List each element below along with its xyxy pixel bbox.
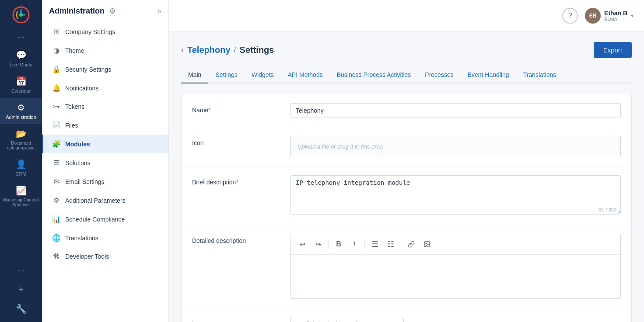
breadcrumb-current: Settings [240,45,274,55]
nav-item-files[interactable]: 📄 Files [42,116,168,135]
sidebar-item-document-categorization[interactable]: 📂 Document categorization [0,124,42,155]
tab-settings[interactable]: Settings [208,67,245,83]
panel-title: Administration [49,7,105,16]
icon-label: Icon [192,136,280,146]
nav-item-company-settings[interactable]: ⊞ Company Settings [42,22,168,41]
toolbar-separator-1 [328,240,329,249]
bold-button[interactable]: B [332,238,345,251]
help-button[interactable]: ? [562,8,578,24]
tab-widgets[interactable]: Widgets [245,67,281,83]
sidebar-nav-bottom: ··· ＋ 🔧 [0,263,42,319]
nav-item-tokens[interactable]: 🗝 Tokens [42,97,168,116]
back-button[interactable]: ‹ [181,45,184,55]
undo-button[interactable]: ↩ [296,238,309,251]
rich-editor-body[interactable] [290,255,620,298]
breadcrumb-separator: / [234,45,236,55]
nav-item-notifications[interactable]: 🔔 Notifications [42,79,168,97]
nav-item-schedule-compliance[interactable]: 📊 Schedule Compliance [42,210,168,229]
left-panel: Administration ⚙ » ⊞ Company Settings ◑ … [42,0,169,322]
nav-item-developer-tools[interactable]: 🛠 Developer Tools [42,247,168,266]
email-settings-icon: ✉ [52,177,61,186]
nav-item-theme[interactable]: ◑ Theme [42,41,168,60]
toolbar-separator-2 [364,240,365,249]
avatar: EB [585,8,601,24]
name-label: Name* [192,103,280,114]
nav-item-modules[interactable]: 🧩 Modules [42,135,168,153]
nav-dots-top: ··· [14,29,28,45]
unordered-list-button[interactable]: ☷ [384,238,397,251]
upload-area[interactable]: Upload a file or drag it to this area [290,136,621,157]
user-org: ELMA [604,17,627,22]
sidebar-item-marketing[interactable]: 📈 Marketing Content Approval [0,181,42,211]
left-panel-nav: ⊞ Company Settings ◑ Theme 🔒 Security Se… [42,22,168,322]
brief-desc-textarea[interactable] [290,175,621,215]
nav-item-additional-parameters[interactable]: ⚙ Additional Parameters [42,191,168,210]
live-chats-icon: 💬 [16,50,27,60]
sidebar-tools-button[interactable]: 🔧 [0,299,42,319]
panel-gear-button[interactable]: ⚙ [109,6,116,16]
nav-item-security-settings[interactable]: 🔒 Security Settings [42,60,168,79]
sidebar-item-calendar[interactable]: 📅 Calendar [0,72,42,98]
schedule-compliance-icon: 📊 [52,215,61,223]
ordered-list-button[interactable]: ☰ [368,238,382,251]
help-icon: ? [568,12,572,20]
tools-icon: 🔧 [16,304,27,314]
main-content: ? EB Ethan B ELMA ▾ ‹ Telephony / Settin… [169,0,644,322]
nav-item-solutions[interactable]: ☰ Solutions [42,153,168,172]
sidebar-item-administration[interactable]: ⚙ Administration [0,98,42,124]
sidebar-add-button[interactable]: ＋ [0,279,42,299]
nav-item-email-settings[interactable]: ✉ Email Settings [42,172,168,191]
modules-icon: 🧩 [52,140,61,148]
nav-item-translations[interactable]: 🌐 Translations [42,229,168,247]
svg-point-3 [426,243,427,244]
page-content: ‹ Telephony / Settings Export Main Setti… [169,31,644,322]
translations-icon: 🌐 [52,234,61,242]
tab-translations[interactable]: Translations [516,67,564,83]
brief-desc-field: 31 / 200 [290,175,621,216]
theme-icon: ◑ [52,46,61,55]
tabs-row: Main Settings Widgets API Methods Busine… [181,67,632,83]
link-button[interactable] [405,238,418,251]
export-button[interactable]: Export [594,42,632,58]
language-select[interactable]: English (United States) Russian German F… [290,317,404,322]
panel-collapse-button[interactable]: » [157,7,161,16]
italic-button[interactable]: I [348,238,361,251]
image-button[interactable] [420,238,434,251]
rich-editor-toolbar: ↩ ↪ B I ☰ ☷ [290,234,620,255]
brief-desc-label: Brief description* [192,175,280,186]
administration-icon: ⚙ [17,102,25,113]
app-logo [11,5,31,26]
tab-event-handling[interactable]: Event Handling [461,67,516,83]
breadcrumb: ‹ Telephony / Settings [181,45,274,55]
files-icon: 📄 [52,121,61,129]
svg-point-1 [19,13,23,17]
tab-business-process[interactable]: Business Process Activities [330,67,418,83]
form-row-detailed-desc: Detailed description ↩ ↪ B I ☰ ☷ [182,225,631,308]
sidebar-item-crm[interactable]: 👤 CRM [0,155,42,181]
redo-button[interactable]: ↪ [312,238,325,251]
char-count: 31 / 200 [599,207,616,212]
notifications-icon: 🔔 [52,84,61,92]
user-menu[interactable]: EB Ethan B ELMA ▾ [585,8,634,24]
nav-dots-bottom: ··· [14,263,28,279]
form-row-language: Language English (United States) Russian… [182,308,631,322]
breadcrumb-parent-link[interactable]: Telephony [187,45,231,55]
crm-icon: 👤 [16,159,27,170]
language-field: English (United States) Russian German F… [290,317,621,322]
name-field [290,103,621,118]
brief-desc-wrap: 31 / 200 [290,175,621,216]
detailed-desc-field: ↩ ↪ B I ☰ ☷ [290,234,621,299]
sidebar-item-live-chats[interactable]: 💬 Live Chats [0,45,42,72]
form-row-brief-desc: Brief description* 31 / 200 [182,166,631,225]
top-header: ? EB Ethan B ELMA ▾ [169,0,644,31]
user-details: Ethan B ELMA [604,10,627,22]
developer-tools-icon: 🛠 [52,253,61,260]
name-input[interactable] [290,103,621,118]
form-card: Name* Icon Upload a file or drag it to t… [181,94,632,322]
tab-api-methods[interactable]: API Methods [281,67,330,83]
solutions-icon: ☰ [52,159,61,167]
language-select-wrap: English (United States) Russian German F… [290,317,404,322]
tab-processes[interactable]: Processes [418,67,460,83]
document-icon: 📂 [16,128,27,139]
tab-main[interactable]: Main [181,67,208,83]
